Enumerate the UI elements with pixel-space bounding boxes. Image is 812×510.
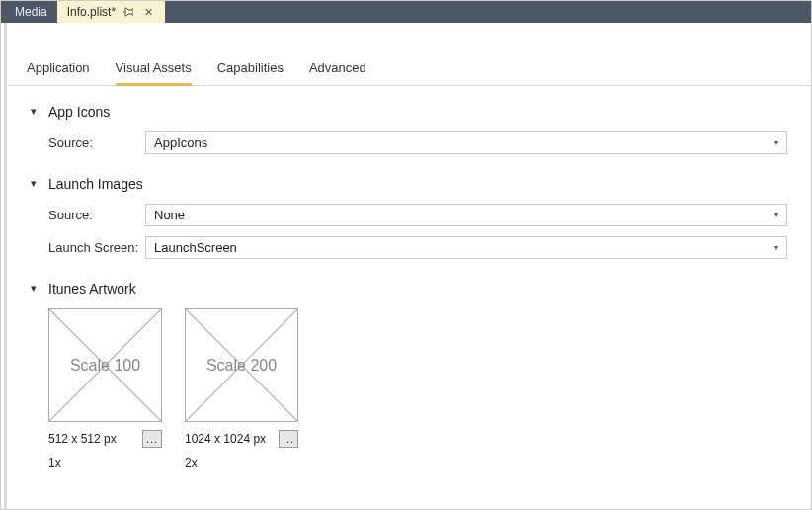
browse-button-2x[interactable]: ... bbox=[279, 430, 298, 448]
artwork-scale-1x: 1x bbox=[48, 456, 162, 469]
launch-screen-select[interactable]: LaunchScreen ▾ bbox=[145, 236, 787, 259]
section-app-icons: ▾ App Icons Source: AppIcons ▾ bbox=[31, 104, 787, 154]
tab-info-plist[interactable]: Info.plist* ✕ bbox=[57, 1, 165, 23]
section-header-itunes-artwork[interactable]: ▾ Itunes Artwork bbox=[31, 281, 787, 297]
main-panel: Application Visual Assets Capabilities A… bbox=[4, 23, 811, 509]
artwork-size-1x: 512 x 512 px bbox=[48, 432, 117, 446]
app-icons-source-select[interactable]: AppIcons ▾ bbox=[145, 131, 787, 154]
chevron-down-icon: ▾ bbox=[31, 177, 41, 190]
select-value: LaunchScreen bbox=[154, 240, 237, 255]
subtab-visual-assets[interactable]: Visual Assets bbox=[116, 60, 192, 85]
placeholder-label: Scale 100 bbox=[70, 357, 140, 375]
tab-media[interactable]: Media bbox=[5, 1, 57, 23]
app-icons-source-row: Source: AppIcons ▾ bbox=[48, 131, 787, 154]
chevron-down-icon: ▾ bbox=[774, 138, 778, 147]
document-tabs: Media Info.plist* ✕ bbox=[1, 1, 811, 23]
section-title: Itunes Artwork bbox=[48, 281, 136, 297]
tab-label: Info.plist* bbox=[67, 5, 116, 19]
launch-screen-label: Launch Screen: bbox=[48, 240, 145, 255]
placeholder-label: Scale 200 bbox=[206, 357, 277, 375]
tab-label: Media bbox=[15, 5, 47, 19]
section-header-app-icons[interactable]: ▾ App Icons bbox=[31, 104, 787, 120]
launch-images-source-row: Source: None ▾ bbox=[48, 204, 787, 226]
artwork-tile-1x: Scale 100 512 x 512 px ... 1x bbox=[48, 308, 162, 469]
chevron-down-icon: ▾ bbox=[774, 211, 778, 219]
content-area: ▾ App Icons Source: AppIcons ▾ ▾ Launch … bbox=[7, 86, 811, 509]
subtab-advanced[interactable]: Advanced bbox=[309, 60, 366, 85]
artwork-scale-2x: 2x bbox=[185, 456, 298, 469]
source-label: Source: bbox=[48, 135, 145, 150]
source-label: Source: bbox=[48, 208, 145, 222]
pin-icon[interactable] bbox=[122, 5, 135, 19]
section-title: Launch Images bbox=[48, 176, 143, 192]
chevron-down-icon: ▾ bbox=[31, 105, 41, 118]
section-title: App Icons bbox=[48, 104, 110, 120]
editor-subtabs: Application Visual Assets Capabilities A… bbox=[7, 44, 811, 86]
artwork-size-2x: 1024 x 1024 px bbox=[185, 432, 266, 446]
artwork-tile-2x: Scale 200 1024 x 1024 px ... 2x bbox=[185, 308, 298, 469]
browse-button-1x[interactable]: ... bbox=[142, 430, 162, 448]
launch-screen-row: Launch Screen: LaunchScreen ▾ bbox=[48, 236, 787, 259]
section-itunes-artwork: ▾ Itunes Artwork Scale 100 512 x 512 px … bbox=[31, 281, 787, 469]
artwork-placeholder-1x[interactable]: Scale 100 bbox=[48, 308, 162, 422]
editor-window: Media Info.plist* ✕ Application Visual A… bbox=[0, 0, 812, 510]
select-value: None bbox=[154, 208, 185, 222]
close-icon[interactable]: ✕ bbox=[141, 5, 155, 19]
launch-images-source-select[interactable]: None ▾ bbox=[145, 204, 787, 226]
select-value: AppIcons bbox=[154, 135, 207, 150]
subtab-capabilities[interactable]: Capabilities bbox=[217, 60, 284, 85]
section-header-launch-images[interactable]: ▾ Launch Images bbox=[31, 176, 787, 192]
chevron-down-icon: ▾ bbox=[31, 282, 41, 295]
artwork-placeholder-2x[interactable]: Scale 200 bbox=[185, 308, 298, 422]
section-launch-images: ▾ Launch Images Source: None ▾ Launch Sc… bbox=[31, 176, 787, 259]
artwork-row: Scale 100 512 x 512 px ... 1x Scale 200 bbox=[48, 308, 787, 469]
chevron-down-icon: ▾ bbox=[774, 243, 778, 252]
subtab-application[interactable]: Application bbox=[27, 60, 90, 85]
